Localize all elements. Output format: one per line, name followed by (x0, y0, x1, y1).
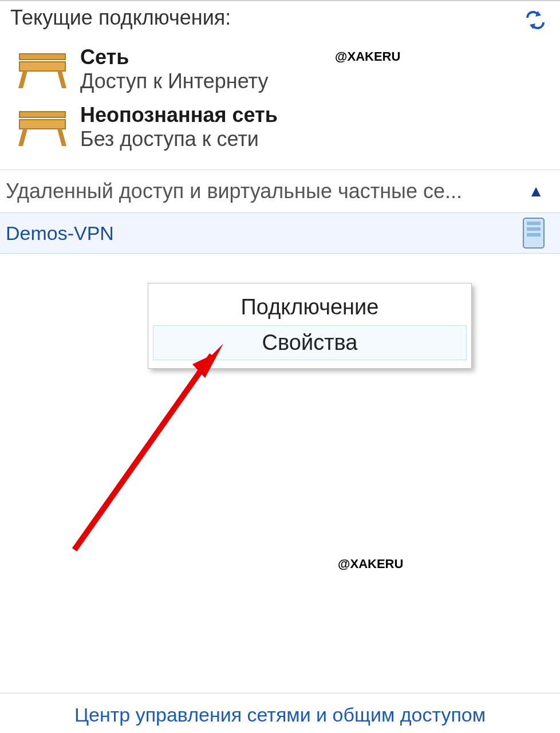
network-name: Сеть (80, 46, 268, 69)
header-row: Текущие подключения: (0, 1, 560, 34)
bench-icon (15, 107, 70, 148)
vpn-connection-row[interactable]: Demos-VPN (0, 212, 560, 254)
footer-link-text: Центр управления сетями и общим доступом (74, 704, 486, 726)
network-name: Неопознанная сеть (80, 104, 278, 127)
network-list: Сеть Доступ к Интернету Неопознанная сет… (0, 34, 560, 170)
svg-rect-6 (19, 112, 65, 117)
network-item[interactable]: Сеть Доступ к Интернету (15, 46, 560, 92)
svg-rect-3 (19, 62, 65, 71)
svg-marker-9 (57, 129, 66, 146)
section-title: Удаленный доступ и виртуальные частные с… (6, 179, 462, 203)
svg-rect-12 (527, 227, 541, 231)
refresh-icon[interactable] (521, 6, 550, 34)
header-title: Текущие подключения: (10, 6, 231, 30)
context-menu-item-properties[interactable]: Свойства (153, 325, 467, 360)
server-icon (520, 216, 547, 250)
svg-marker-8 (18, 129, 27, 146)
context-menu: Подключение Свойства (148, 283, 472, 369)
context-menu-item-connect[interactable]: Подключение (153, 290, 467, 324)
svg-line-14 (74, 355, 212, 550)
watermark-bottom: @XAKERU (338, 557, 403, 572)
svg-rect-13 (527, 233, 541, 237)
vpn-name: Demos-VPN (6, 222, 114, 245)
network-flyout-panel: Текущие подключения: @XAKERU Сеть (0, 0, 560, 733)
network-text: Сеть Доступ к Интернету (80, 46, 268, 92)
section-header-vpn[interactable]: Удаленный доступ и виртуальные частные с… (0, 170, 560, 212)
network-status: Доступ к Интернету (80, 70, 268, 93)
network-center-link[interactable]: Центр управления сетями и общим доступом (0, 693, 560, 726)
watermark-top: @XAKERU (335, 49, 400, 64)
network-item[interactable]: Неопознанная сеть Без доступа к сети (15, 104, 560, 150)
network-text: Неопознанная сеть Без доступа к сети (80, 104, 278, 150)
svg-marker-5 (57, 71, 66, 88)
svg-rect-2 (19, 54, 65, 60)
svg-rect-7 (19, 120, 65, 129)
svg-rect-11 (527, 222, 541, 225)
svg-marker-4 (18, 71, 27, 88)
bench-icon (15, 49, 70, 90)
network-status: Без доступа к сети (80, 128, 278, 151)
chevron-up-icon: ▲ (528, 182, 544, 200)
